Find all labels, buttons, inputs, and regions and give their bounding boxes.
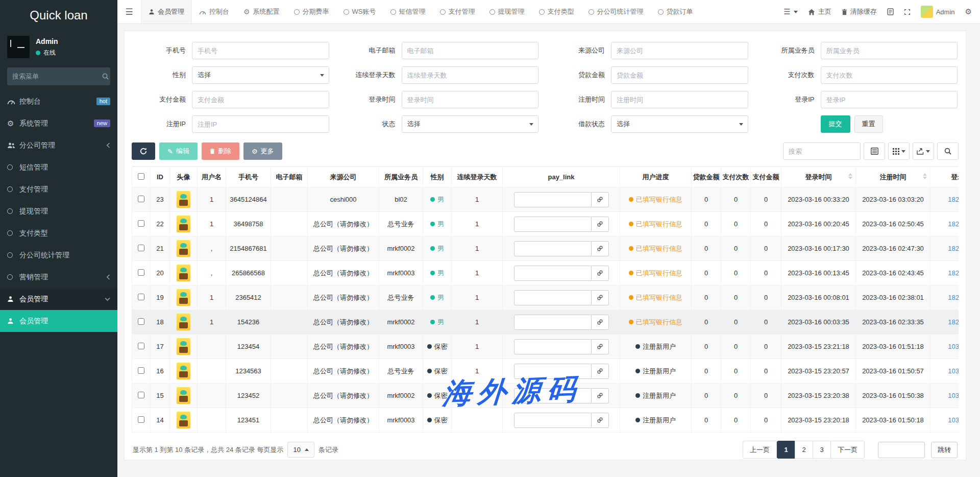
sidebar-item-branch[interactable]: 分公司管理: [0, 134, 117, 156]
toggle-view-button[interactable]: [864, 142, 885, 160]
phone-field[interactable]: [192, 42, 329, 59]
sidebar-item-system[interactable]: ⚙ 系统管理 new: [0, 112, 117, 134]
sidebar-item-sms[interactable]: 短信管理: [0, 156, 117, 178]
submit-button[interactable]: 提交: [821, 115, 850, 133]
sidebar-item-branch-stats[interactable]: 分公司统计管理: [0, 244, 117, 266]
columns-button[interactable]: [888, 142, 910, 160]
row-checkbox[interactable]: [138, 318, 144, 325]
clear-cache-button[interactable]: 清除缓存: [842, 7, 877, 16]
link-button[interactable]: [592, 192, 609, 207]
page-button[interactable]: 3: [813, 441, 831, 459]
tab-ws-account[interactable]: WS账号: [336, 0, 383, 23]
login-ip-field[interactable]: [821, 91, 958, 108]
loan-status-select[interactable]: 选择: [611, 115, 748, 133]
row-checkbox[interactable]: [138, 269, 144, 276]
link-button[interactable]: [592, 266, 609, 281]
pay-link-input[interactable]: [514, 192, 592, 207]
sidebar-item-payment[interactable]: 支付管理: [0, 178, 117, 200]
delete-button[interactable]: 删除: [202, 142, 239, 160]
login-time-field[interactable]: [402, 91, 539, 108]
tab-installment-rate[interactable]: 分期费率: [287, 0, 336, 23]
link-button[interactable]: [592, 339, 609, 354]
export-button[interactable]: [913, 142, 934, 160]
link-button[interactable]: [592, 315, 609, 330]
gender-select[interactable]: 选择: [192, 66, 329, 84]
ip-link[interactable]: 182.239.: [948, 318, 959, 326]
sidebar-item-paytype[interactable]: 支付类型: [0, 222, 117, 244]
pay-link-input[interactable]: [514, 266, 592, 281]
jump-button[interactable]: 跳转: [931, 442, 958, 458]
jump-page-input[interactable]: [878, 442, 925, 458]
ip-link[interactable]: 182.239.: [948, 269, 959, 277]
prev-page-button[interactable]: 上一页: [743, 441, 777, 459]
tab-loan-orders[interactable]: 贷款订单: [651, 0, 700, 23]
ip-link[interactable]: 182.239.: [948, 245, 959, 252]
col-login-ip[interactable]: 登录IP: [930, 167, 959, 187]
search-button[interactable]: [937, 142, 959, 160]
ip-link[interactable]: 182.239.: [948, 196, 959, 203]
more-button[interactable]: ⚙更多: [243, 142, 282, 160]
user-menu[interactable]: Admin: [921, 6, 955, 18]
ip-link[interactable]: 103.187.: [948, 367, 959, 375]
row-checkbox[interactable]: [138, 196, 144, 202]
home-button[interactable]: 主页: [808, 7, 831, 16]
tab-list-menu[interactable]: ☰: [783, 7, 797, 16]
tab-system-config[interactable]: ⚙ 系统配置: [236, 0, 287, 23]
pay-amount-field[interactable]: [192, 91, 329, 108]
per-page-select[interactable]: 10: [287, 442, 314, 458]
ip-link[interactable]: 103.187.: [948, 343, 959, 350]
select-all-checkbox[interactable]: [138, 173, 144, 180]
row-checkbox[interactable]: [138, 245, 144, 251]
email-field[interactable]: [402, 42, 539, 59]
ip-link[interactable]: 103.187.: [948, 416, 959, 424]
row-checkbox[interactable]: [138, 343, 144, 349]
sidebar-item-marketing[interactable]: 营销管理: [0, 266, 117, 288]
pay-link-input[interactable]: [514, 241, 592, 256]
loan-amount-field[interactable]: [611, 66, 748, 84]
link-button[interactable]: [592, 217, 609, 232]
ip-link[interactable]: 103.187.: [948, 392, 959, 399]
page-button[interactable]: 2: [795, 441, 813, 459]
tab-sms[interactable]: 短信管理: [383, 0, 433, 23]
source-company-field[interactable]: [611, 42, 748, 59]
pay-link-input[interactable]: [514, 315, 592, 330]
sidebar-item-withdraw[interactable]: 提现管理: [0, 200, 117, 222]
pay-link-input[interactable]: [514, 413, 592, 428]
hamburger-icon[interactable]: ☰: [117, 0, 141, 23]
row-checkbox[interactable]: [138, 416, 144, 423]
page-button[interactable]: 1: [777, 441, 795, 459]
fullscreen-icon[interactable]: [904, 9, 911, 15]
col-register-time[interactable]: 注册时间: [856, 167, 930, 187]
tab-paytype[interactable]: 支付类型: [532, 0, 581, 23]
pay-link-input[interactable]: [514, 217, 592, 232]
pay-count-field[interactable]: [821, 66, 958, 84]
tab-members[interactable]: 会员管理: [141, 0, 192, 23]
login-days-field[interactable]: [402, 66, 539, 84]
edit-button[interactable]: ✎编辑: [159, 142, 198, 160]
pay-link-input[interactable]: [514, 388, 592, 403]
sidebar-search-input[interactable]: [12, 73, 102, 80]
ip-link[interactable]: 182.239.: [948, 220, 959, 228]
settings-gear-icon[interactable]: ⚙: [965, 7, 972, 16]
register-ip-field[interactable]: [192, 115, 329, 133]
search-icon[interactable]: [102, 73, 109, 80]
link-button[interactable]: [592, 241, 609, 256]
pay-link-input[interactable]: [514, 290, 592, 305]
link-button[interactable]: [592, 364, 609, 379]
tab-withdraw[interactable]: 提现管理: [482, 0, 532, 23]
sidebar-item-members[interactable]: 会员管理: [0, 310, 117, 332]
tab-payment[interactable]: 支付管理: [433, 0, 482, 23]
ip-link[interactable]: 182.239.: [948, 294, 959, 301]
sidebar-item-dashboard[interactable]: 控制台 hot: [0, 90, 117, 112]
status-select[interactable]: 选择: [402, 115, 539, 133]
tab-branch-stats[interactable]: 分公司统计管理: [581, 0, 651, 23]
register-time-field[interactable]: [611, 91, 748, 108]
sidebar-item-members-parent[interactable]: 会员管理: [0, 288, 117, 310]
link-button[interactable]: [592, 388, 609, 403]
row-checkbox[interactable]: [138, 294, 144, 300]
pay-link-input[interactable]: [514, 339, 592, 354]
reset-button[interactable]: 重置: [854, 115, 883, 133]
row-checkbox[interactable]: [138, 367, 144, 374]
link-button[interactable]: [592, 413, 609, 428]
col-login-time[interactable]: 登录时间: [781, 167, 856, 187]
